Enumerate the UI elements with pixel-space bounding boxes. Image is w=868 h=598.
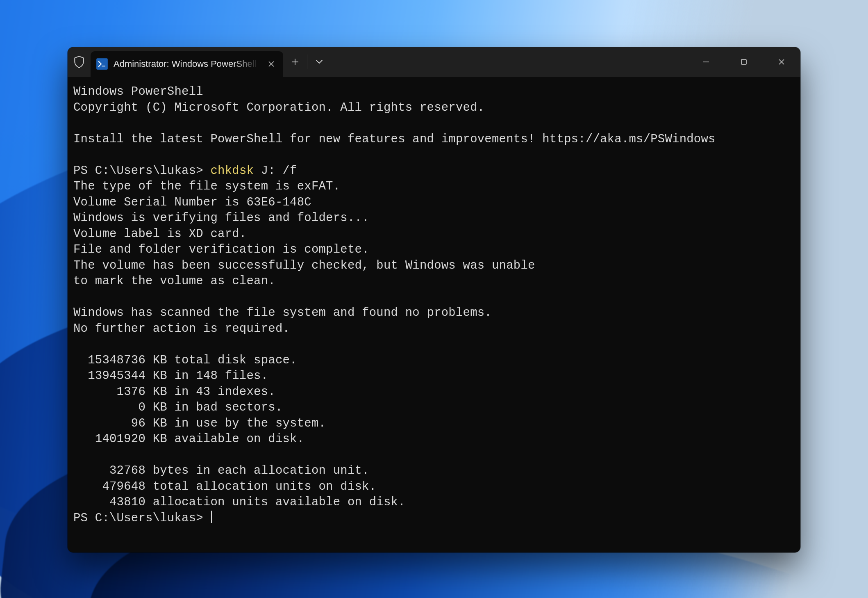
terminal-line: to mark the volume as clean. <box>73 274 275 288</box>
maximize-button[interactable] <box>725 47 763 77</box>
terminal-line: Volume Serial Number is 63E6-148C <box>73 196 311 209</box>
terminal-line: Windows PowerShell <box>73 85 203 98</box>
terminal-line: Copyright (C) Microsoft Corporation. All… <box>73 101 484 114</box>
terminal-line: 1401920 KB available on disk. <box>73 432 304 446</box>
tab-active[interactable]: Administrator: Windows PowerShell <box>91 51 283 77</box>
prompt-prefix: PS C:\Users\lukas> <box>73 511 210 525</box>
terminal-line: File and folder verification is complete… <box>73 243 369 256</box>
minimize-button[interactable] <box>687 47 725 77</box>
tab-dropdown-button[interactable] <box>307 47 331 77</box>
cursor <box>211 511 212 523</box>
terminal-line: The type of the file system is exFAT. <box>73 180 340 193</box>
terminal-line: No further action is required. <box>73 322 290 336</box>
terminal-line: 96 KB in use by the system. <box>73 417 326 430</box>
terminal-line: The volume has been successfully checked… <box>73 259 535 272</box>
titlebar[interactable]: Administrator: Windows PowerShell <box>68 47 800 77</box>
terminal-line: 479648 total allocation units on disk. <box>73 480 376 493</box>
close-button[interactable] <box>763 47 800 77</box>
terminal-line: 15348736 KB total disk space. <box>73 354 297 367</box>
admin-shield-icon <box>68 47 91 77</box>
tab-close-button[interactable] <box>265 58 277 70</box>
terminal-line: Install the latest PowerShell for new fe… <box>73 132 716 146</box>
tab-title: Administrator: Windows PowerShell <box>114 59 259 69</box>
terminal-line: 43810 allocation units available on disk… <box>73 495 405 509</box>
terminal-line: Volume label is XD card. <box>73 227 246 241</box>
prompt-prefix: PS C:\Users\lukas> <box>73 164 210 178</box>
terminal-line: Windows has scanned the file system and … <box>73 306 492 320</box>
terminal-line: 1376 KB in 43 indexes. <box>73 385 275 399</box>
terminal-line: 32768 bytes in each allocation unit. <box>73 464 369 477</box>
new-tab-button[interactable] <box>283 47 307 77</box>
command-name: chkdsk <box>210 164 254 178</box>
terminal-line: 13945344 KB in 148 files. <box>73 369 268 383</box>
powershell-icon <box>96 58 108 70</box>
terminal-window: Administrator: Windows PowerShell <box>68 47 800 552</box>
window-controls <box>687 47 800 77</box>
terminal-line: Windows is verifying files and folders..… <box>73 211 369 225</box>
svg-rect-6 <box>741 59 746 64</box>
terminal-viewport[interactable]: Windows PowerShell Copyright (C) Microso… <box>68 77 800 536</box>
terminal-line: 0 KB in bad sectors. <box>73 401 282 414</box>
command-args: J: /f <box>254 164 297 178</box>
titlebar-drag-region[interactable] <box>331 47 687 77</box>
